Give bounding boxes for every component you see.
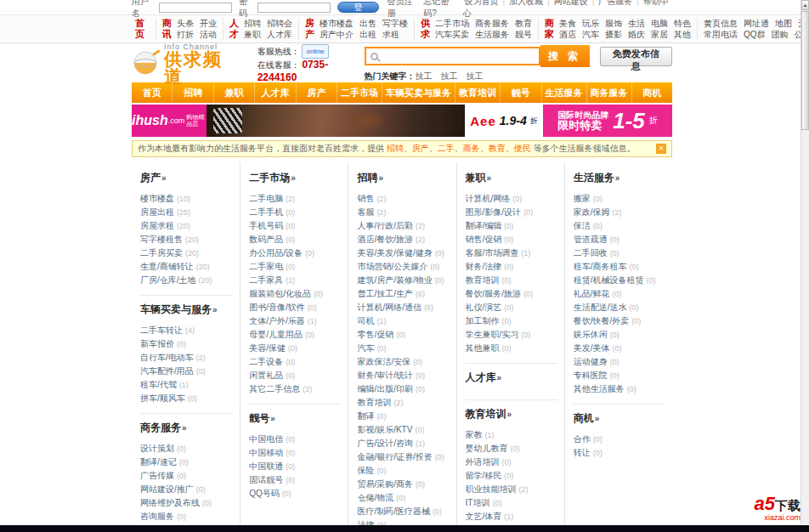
category-link[interactable]: 市场营销/公关媒介 — [357, 262, 427, 271]
category-link[interactable]: 仓储/物流 — [357, 493, 393, 502]
category-link[interactable]: 搬家 — [574, 194, 591, 203]
category-link[interactable]: 设计策划 — [140, 444, 174, 453]
category-link[interactable]: 编辑/出版/印刷 — [357, 384, 413, 393]
notice-highlight[interactable]: 招聘 — [387, 144, 404, 153]
section-title[interactable]: 车辆买卖与服务» — [140, 303, 233, 317]
category-link[interactable]: 外语培训 — [466, 457, 500, 467]
hot-keyword[interactable]: 技工 — [467, 71, 484, 81]
quicknav-link[interactable]: 常用电话 — [704, 29, 738, 40]
section-title[interactable]: 生活服务» — [574, 171, 665, 185]
category-link[interactable]: 图书/音像/软件 — [249, 303, 305, 312]
scrollbar-up-icon[interactable]: ▲ — [801, 0, 809, 10]
category-link[interactable]: 广告/设计/咨询 — [357, 439, 413, 448]
category-link[interactable]: 母婴/儿童用品 — [249, 330, 303, 339]
category-link[interactable]: 二手家电 — [249, 262, 283, 271]
category-link[interactable]: 二手电脑 — [249, 194, 283, 203]
register-link[interactable]: 会员注册 — [388, 0, 421, 20]
mainnav-item[interactable]: 二手市场 — [337, 82, 382, 103]
section-title[interactable]: 人才库» — [466, 371, 557, 385]
category-link[interactable]: 零售/促销 — [357, 330, 393, 339]
category-link[interactable]: 医疗/制药/医疗器械 — [357, 507, 430, 516]
search-button[interactable]: 搜 索 — [540, 45, 590, 67]
category-link[interactable]: 婴幼儿教育 — [466, 444, 508, 453]
mainnav-item[interactable]: 车辆买卖与服务 — [382, 82, 455, 103]
category-link[interactable]: IT培训 — [466, 498, 490, 507]
mainnav-item[interactable]: 商机 — [632, 82, 672, 103]
category-link[interactable]: 中国移动 — [249, 448, 283, 457]
mainnav-item[interactable]: 招聘 — [173, 82, 213, 103]
category-link[interactable]: 计算机/网络/通信 — [357, 303, 421, 312]
category-link[interactable]: 专科医院 — [574, 371, 608, 380]
quicknav-link[interactable]: 团购 — [772, 29, 789, 40]
password-input[interactable] — [257, 3, 331, 13]
category-link[interactable]: 客服/市场调查 — [466, 248, 519, 258]
category-link[interactable]: 财务/法律 — [466, 262, 502, 271]
mainnav-item[interactable]: 兼职 — [214, 82, 255, 103]
quicknav-link[interactable]: 汽车 — [582, 29, 599, 40]
quicknav-link[interactable]: 美食 — [559, 18, 576, 29]
category-link[interactable]: 租车/商务租车 — [574, 262, 627, 271]
quicknav-link[interactable]: 酒店 — [559, 29, 576, 40]
quicknav-link[interactable]: 汽车买卖 — [435, 29, 469, 40]
category-link[interactable]: 计算机/网络 — [466, 194, 511, 203]
category-link[interactable]: 手机号码 — [249, 221, 283, 230]
category-link[interactable]: 普工/技工/生产 — [357, 289, 413, 298]
section-title[interactable]: 靓号» — [249, 411, 341, 426]
category-link[interactable]: 娱乐休闲 — [574, 330, 608, 339]
section-title[interactable]: 商机» — [574, 411, 665, 426]
category-link[interactable]: 销售/促销 — [466, 235, 502, 244]
quicknav-link[interactable]: 家居 — [651, 29, 668, 40]
quicknav-lead[interactable]: 商讯 — [162, 18, 172, 40]
category-link[interactable]: 家教 — [466, 430, 483, 439]
quicknav-link[interactable]: 招聘 — [244, 18, 261, 29]
mainnav-item[interactable]: 商务服务 — [587, 82, 632, 103]
category-link[interactable]: 自行车/电动车 — [140, 353, 194, 362]
topbar-link[interactable]: 加入收藏 — [509, 0, 543, 6]
category-link[interactable]: 二手手机 — [249, 207, 283, 217]
topbar-link[interactable]: 网站建设 — [554, 0, 588, 6]
category-link[interactable]: 中国联通 — [249, 461, 283, 471]
quicknav-link[interactable]: 楼市楼盘 — [320, 18, 354, 29]
category-link[interactable]: QQ号码 — [249, 489, 280, 498]
quicknav-link[interactable]: 兼职 — [244, 29, 261, 40]
topbar-link[interactable]: 广告服务 — [598, 0, 632, 6]
quicknav-link[interactable]: 活动 — [200, 29, 217, 40]
category-link[interactable]: 影视/娱乐/KTV — [357, 425, 412, 434]
category-link[interactable]: 新车报价 — [140, 339, 174, 348]
quicknav-link[interactable]: 出售 — [359, 18, 376, 29]
category-link[interactable]: 办公用品/设备 — [249, 248, 303, 258]
category-link[interactable]: 网络维护及布线 — [140, 498, 200, 507]
section-title[interactable]: 兼职» — [466, 171, 557, 185]
category-link[interactable]: 中国电信 — [249, 434, 283, 444]
category-link[interactable]: 网站建设/推广 — [140, 484, 194, 494]
search-input[interactable] — [382, 51, 535, 61]
category-link[interactable]: 贸易/采购/商务 — [357, 479, 413, 489]
category-link[interactable]: 租车/代驾 — [140, 380, 177, 389]
post-info-button[interactable]: 免费发布信息 — [600, 47, 672, 66]
login-button[interactable]: 登 录 — [337, 2, 378, 13]
category-link[interactable]: 建筑/房产/装修/物业 — [357, 275, 432, 285]
mainnav-item[interactable]: 人才库 — [255, 82, 296, 103]
quicknav-link[interactable]: 服饰 — [605, 18, 622, 29]
quicknav-link[interactable]: 头条 — [177, 18, 194, 29]
quicknav-link[interactable]: 写字楼 — [382, 18, 408, 29]
hot-keyword[interactable]: 技工 — [441, 71, 458, 81]
category-link[interactable]: 加工制作 — [466, 316, 500, 325]
quicknav-link[interactable]: 玩乐 — [582, 18, 599, 29]
section-title[interactable]: 教育培训» — [466, 407, 557, 422]
quicknav-link[interactable]: 地图 — [775, 18, 792, 29]
category-link[interactable]: 留学/移民 — [466, 471, 502, 480]
quicknav-link[interactable]: 房产中介 — [320, 29, 354, 40]
quicknav-link[interactable]: 婚庆 — [628, 29, 645, 40]
category-link[interactable]: 人事/行政/后勤 — [357, 221, 413, 230]
mainnav-item[interactable]: 靓号 — [501, 82, 541, 103]
quicknav-link[interactable]: 教育 — [515, 18, 532, 29]
category-link[interactable]: 财务/审计/统计 — [357, 371, 413, 380]
notice-highlight[interactable]: 教育 — [489, 144, 506, 153]
category-link[interactable]: 拼车/顺风车 — [140, 393, 185, 403]
quicknav-link[interactable]: 求租 — [382, 29, 399, 40]
category-link[interactable]: 餐饮/快餐/外卖 — [574, 316, 630, 325]
category-link[interactable]: 客服 — [357, 207, 374, 217]
close-icon[interactable]: ✕ — [656, 144, 666, 154]
quicknav-link[interactable]: 特色 — [674, 18, 691, 29]
